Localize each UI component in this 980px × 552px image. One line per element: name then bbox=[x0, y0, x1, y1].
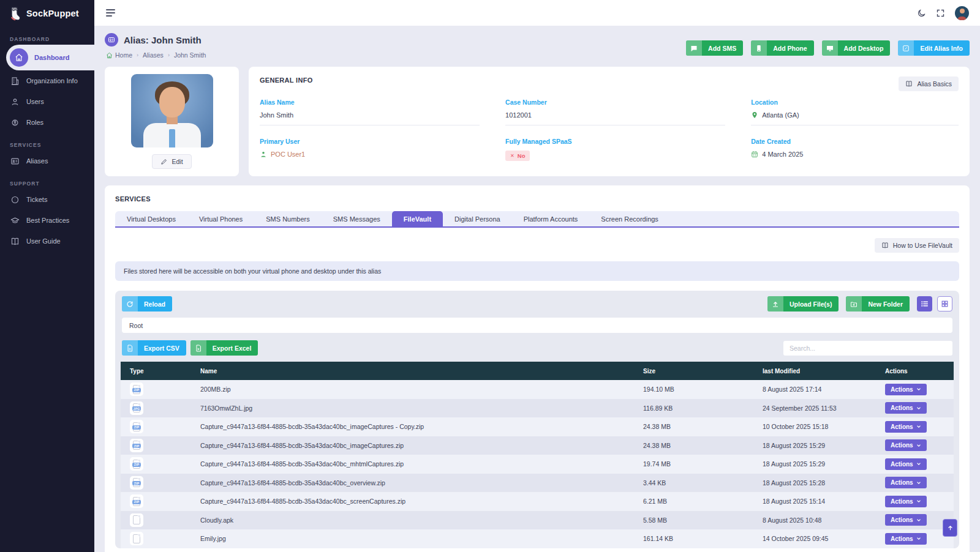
tab-sms-messages[interactable]: SMS Messages bbox=[322, 211, 392, 226]
edit-photo-button[interactable]: Edit bbox=[152, 154, 191, 169]
sidebar-item-user-guide[interactable]: User Guide bbox=[0, 231, 94, 252]
list-icon bbox=[921, 300, 929, 308]
chat-icon bbox=[686, 40, 702, 56]
file-size: 24.38 MB bbox=[643, 423, 763, 430]
general-info-grid: Alias Name John Smith Case Number 101200… bbox=[260, 99, 959, 167]
person-icon bbox=[260, 151, 267, 158]
services-card: SERVICES Virtual DesktopsVirtual PhonesS… bbox=[105, 185, 970, 552]
menu-toggle-button[interactable] bbox=[104, 7, 118, 19]
file-type-icon: ZIP bbox=[130, 457, 143, 471]
upload-files-button[interactable]: Upload File(s) bbox=[767, 296, 839, 311]
idcard-icon bbox=[10, 156, 20, 166]
sidebar-item-users[interactable]: Users bbox=[0, 91, 94, 112]
tab-digital-persona[interactable]: Digital Persona bbox=[443, 211, 512, 226]
list-view-toggle[interactable] bbox=[917, 296, 932, 311]
page-title: Alias: John Smith bbox=[124, 35, 202, 45]
breadcrumb-separator: › bbox=[137, 52, 138, 58]
file-size: 161.14 KB bbox=[643, 535, 763, 542]
user-avatar[interactable] bbox=[955, 6, 969, 20]
chevron-down-icon bbox=[916, 443, 921, 448]
sidebar-item-roles[interactable]: Roles bbox=[0, 112, 94, 133]
search-input[interactable] bbox=[783, 341, 952, 356]
row-actions-button[interactable]: Actions bbox=[885, 496, 927, 507]
sidebar-item-dashboard[interactable]: Dashboard bbox=[6, 45, 94, 70]
edit-alias-info-button[interactable]: Edit Alias Info bbox=[898, 40, 970, 56]
row-actions-button[interactable]: Actions bbox=[885, 439, 927, 451]
sidebar-item-tickets[interactable]: Tickets bbox=[0, 189, 94, 210]
file-name: 7163OmwlZhL.jpg bbox=[200, 405, 643, 412]
file-type-icon: ZIP bbox=[130, 420, 143, 433]
fullscreen-icon[interactable] bbox=[936, 9, 945, 18]
row-actions-button[interactable]: Actions bbox=[885, 477, 927, 488]
tab-virtual-desktops[interactable]: Virtual Desktops bbox=[115, 211, 187, 226]
breadcrumb-john-smith[interactable]: John Smith bbox=[174, 51, 206, 59]
file-name: Emily.jpg bbox=[200, 535, 643, 542]
tab-platform-accounts[interactable]: Platform Accounts bbox=[512, 211, 590, 226]
roles-icon bbox=[10, 117, 20, 128]
row-actions-button[interactable]: Actions bbox=[885, 458, 927, 470]
breadcrumb-home[interactable]: Home bbox=[106, 51, 132, 59]
filevault-info-banner: Files stored here will be accessible on … bbox=[115, 261, 959, 281]
row-actions-button[interactable]: Actions bbox=[885, 514, 927, 526]
tab-virtual-phones[interactable]: Virtual Phones bbox=[187, 211, 254, 226]
row-actions-button[interactable]: Actions bbox=[885, 402, 927, 414]
table-row: Cloudly.apk 5.58 MB 8 August 2025 10:48 … bbox=[121, 511, 954, 530]
export-excel-button[interactable]: Export Excel bbox=[190, 340, 258, 356]
folder-plus-icon bbox=[846, 296, 862, 311]
info-field-case-number: Case Number 1012001 bbox=[505, 99, 725, 125]
pencil-icon bbox=[160, 159, 167, 165]
new-folder-button[interactable]: New Folder bbox=[846, 296, 910, 311]
spaas-status-badge: ✕No bbox=[505, 151, 530, 161]
file-modified: 24 September 2025 11:53 bbox=[763, 405, 885, 412]
file-name: Capture_c9447a13-6f84-4885-bcdb-35a43dac… bbox=[200, 423, 643, 430]
row-actions-button[interactable]: Actions bbox=[885, 533, 927, 545]
file-name: Capture_c9447a13-6f84-4885-bcdb-35a43dac… bbox=[200, 479, 643, 487]
grid-view-toggle[interactable] bbox=[937, 296, 952, 311]
brand-name: SockPuppet bbox=[26, 9, 79, 18]
chevron-down-icon bbox=[916, 499, 921, 504]
alias-basics-button[interactable]: Alias Basics bbox=[899, 76, 959, 91]
building-icon bbox=[10, 76, 20, 86]
row-actions-button[interactable]: Actions bbox=[885, 384, 927, 395]
tab-filevault[interactable]: FileVault bbox=[392, 211, 443, 226]
services-tabs: Virtual DesktopsVirtual PhonesSMS Number… bbox=[115, 211, 959, 228]
file-name: Cloudly.apk bbox=[200, 517, 643, 524]
table-row: JPG 7163OmwlZhL.jpg 116.89 KB 24 Septemb… bbox=[121, 399, 954, 418]
refresh-icon bbox=[122, 296, 138, 311]
tab-sms-numbers[interactable]: SMS Numbers bbox=[254, 211, 322, 226]
sidebar-item-organization-info[interactable]: Organization Info bbox=[0, 70, 94, 91]
home-icon bbox=[106, 52, 113, 59]
breadcrumb-aliases[interactable]: Aliases bbox=[143, 51, 164, 59]
add-phone-button[interactable]: Add Phone bbox=[751, 40, 813, 56]
scroll-to-top-button[interactable] bbox=[943, 519, 957, 537]
add-desktop-button[interactable]: Add Desktop bbox=[822, 40, 891, 56]
table-row: ZIP Capture_c9447a13-6f84-4885-bcdb-35a4… bbox=[121, 492, 954, 511]
brand-logo[interactable]: SockPuppet bbox=[0, 0, 94, 27]
file-size: 24.38 MB bbox=[643, 442, 763, 449]
info-field-fully-managed-spaas: Fully Managed SPaaS ✕No bbox=[505, 138, 725, 167]
dark-mode-toggle-icon[interactable] bbox=[917, 9, 926, 18]
file-size: 6.21 MB bbox=[643, 498, 763, 505]
sidebar-section-label: DASHBOARD bbox=[10, 36, 94, 42]
how-to-use-filevault-button[interactable]: How to Use FileVault bbox=[875, 238, 959, 253]
gradcap-icon bbox=[10, 215, 20, 226]
sidebar-item-aliases[interactable]: Aliases bbox=[0, 151, 94, 171]
table-row: Emily.jpg 161.14 KB 14 October 2025 09:4… bbox=[121, 529, 954, 548]
folder-path-bar[interactable]: Root bbox=[122, 318, 952, 333]
export-csv-button[interactable]: Export CSV bbox=[122, 340, 186, 356]
reload-button[interactable]: Reload bbox=[122, 296, 172, 311]
add-sms-button[interactable]: Add SMS bbox=[686, 40, 743, 56]
book-icon bbox=[881, 242, 889, 249]
page-header: Alias: John Smith Home›Aliases›John Smit… bbox=[105, 33, 970, 59]
upload-icon bbox=[767, 296, 783, 311]
tab-screen-recordings[interactable]: Screen Recordings bbox=[589, 211, 670, 226]
file-type-icon: ZIP bbox=[130, 382, 143, 396]
sidebar-item-best-practices[interactable]: Best Practices bbox=[0, 210, 94, 231]
home-icon bbox=[10, 48, 28, 67]
alias-badge-icon bbox=[105, 33, 118, 47]
row-actions-button[interactable]: Actions bbox=[885, 421, 927, 433]
file-size: 3.44 KB bbox=[643, 479, 763, 487]
page-content: Alias: John Smith Home›Aliases›John Smit… bbox=[94, 26, 980, 552]
chevron-down-icon bbox=[916, 406, 921, 411]
main-column: Alias: John Smith Home›Aliases›John Smit… bbox=[94, 0, 980, 552]
